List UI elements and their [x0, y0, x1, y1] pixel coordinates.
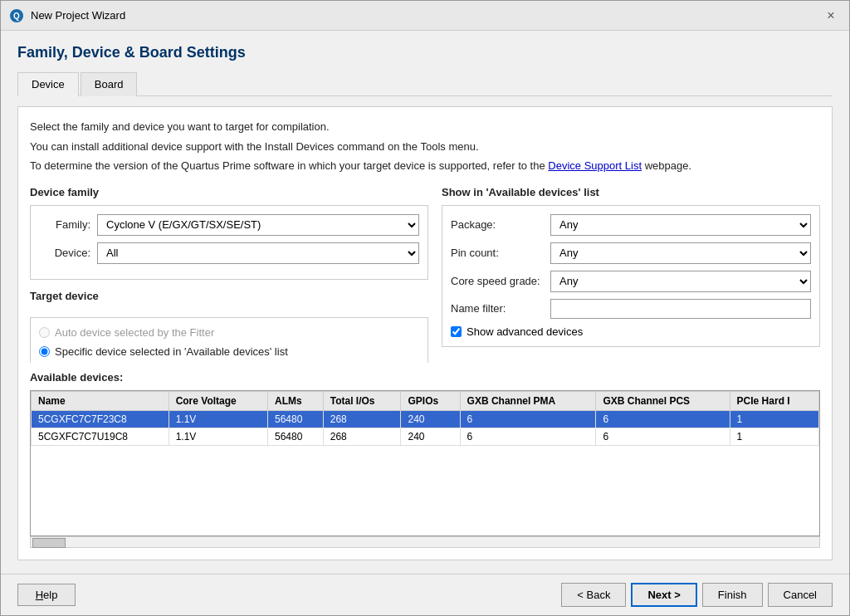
- tab-board[interactable]: Board: [81, 72, 138, 96]
- cell-name: 5CGXFC7C7F23C8: [32, 410, 169, 428]
- tab-bar: Device Board: [17, 71, 833, 96]
- core-speed-row: Core speed grade: Any: [451, 271, 811, 292]
- specific-label: Specific device selected in 'Available d…: [55, 345, 288, 358]
- pin-count-row: Pin count: Any: [451, 242, 811, 264]
- cell-alms: 56480: [268, 410, 324, 428]
- next-button[interactable]: Next >: [631, 583, 696, 607]
- device-select[interactable]: All: [97, 242, 419, 264]
- info-line1: Select the family and device you want to…: [30, 119, 820, 135]
- devices-table: Name Core Voltage ALMs Total I/Os GPIOs …: [31, 391, 819, 446]
- device-row: Device: All: [39, 242, 419, 264]
- cancel-button[interactable]: Cancel: [768, 583, 833, 607]
- help-label: Help: [36, 589, 58, 601]
- info-line3: To determine the version of the Quartus …: [30, 158, 820, 174]
- col-alms: ALMs: [268, 391, 324, 410]
- cell-pcie: 1: [730, 410, 818, 428]
- cell-pcie: 1: [730, 428, 818, 445]
- show-advanced-row: Show advanced devices: [451, 325, 811, 338]
- name-filter-input[interactable]: [550, 299, 811, 319]
- finish-label: Finish: [718, 589, 747, 601]
- next-label: Next >: [647, 589, 680, 601]
- target-device-panel: Auto device selected by the Fitter Speci…: [30, 317, 428, 363]
- auto-label: Auto device selected by the Fitter: [55, 326, 214, 339]
- nav-buttons: < Back Next > Finish Cancel: [561, 583, 833, 607]
- col-pcie: PCIe Hard I: [730, 391, 818, 410]
- name-filter-row: Name filter:: [451, 299, 811, 319]
- info-line3-after: webpage.: [642, 159, 691, 172]
- content-area: Family, Device & Board Settings Device B…: [1, 31, 849, 574]
- show-panel: Package: Any Pin count: Any: [442, 205, 820, 347]
- table-row[interactable]: 5CGXFC7C7U19C8 1.1V 56480 268 240 6 6 1: [32, 428, 819, 445]
- col-gxb-pma: GXB Channel PMA: [460, 391, 596, 410]
- cell-gxb-pcs: 6: [596, 410, 730, 428]
- info-line3-before: To determine the version of the Quartus …: [30, 159, 548, 172]
- device-label-text: Device:: [55, 247, 90, 259]
- family-label-text: Family:: [56, 218, 90, 231]
- radio-group: Auto device selected by the Fitter Speci…: [39, 326, 419, 363]
- cell-name: 5CGXFC7C7U19C8: [32, 428, 169, 445]
- left-column: Device family Family: Cyclone V (E/GX/GT…: [30, 186, 428, 363]
- two-column-layout: Device family Family: Cyclone V (E/GX/GT…: [30, 186, 820, 363]
- col-gxb-pcs: GXB Channel PCS: [596, 391, 730, 410]
- table-header-row: Name Core Voltage ALMs Total I/Os GPIOs …: [32, 391, 819, 410]
- finish-button[interactable]: Finish: [702, 583, 763, 607]
- close-button[interactable]: ×: [821, 6, 841, 26]
- tab-device[interactable]: Device: [17, 72, 79, 96]
- horizontal-scrollbar[interactable]: [30, 536, 820, 548]
- cell-gpios: 240: [401, 428, 460, 445]
- svg-text:Q: Q: [13, 12, 20, 21]
- right-column: Show in 'Available devices' list Package…: [442, 186, 820, 363]
- device-family-panel: Family: Cyclone V (E/GX/GT/SX/SE/ST) Dev…: [30, 205, 428, 280]
- cell-core-voltage: 1.1V: [169, 410, 267, 428]
- table-row[interactable]: 5CGXFC7C7F23C8 1.1V 56480 268 240 6 6 1: [32, 410, 819, 428]
- cell-gpios: 240: [401, 410, 460, 428]
- package-row: Package: Any: [451, 214, 811, 236]
- family-row: Family: Cyclone V (E/GX/GT/SX/SE/ST): [39, 214, 419, 236]
- core-speed-select[interactable]: Any: [550, 271, 811, 292]
- window-title: New Project Wizard: [31, 9, 821, 22]
- title-bar: Q New Project Wizard ×: [1, 1, 849, 31]
- cell-total-ios: 268: [323, 428, 401, 445]
- main-panel: Select the family and device you want to…: [17, 106, 833, 560]
- cancel-label: Cancel: [784, 589, 817, 601]
- pin-count-select[interactable]: Any: [550, 242, 811, 264]
- cell-gxb-pcs: 6: [596, 428, 730, 445]
- target-device-title: Target device: [30, 290, 428, 302]
- show-panel-title: Show in 'Available devices' list: [442, 186, 820, 198]
- page-title: Family, Device & Board Settings: [17, 44, 833, 61]
- col-core-voltage: Core Voltage: [169, 391, 267, 410]
- available-devices-section: Available devices: Name Core Voltage ALM…: [30, 371, 820, 548]
- core-speed-label: Core speed grade:: [451, 275, 550, 287]
- cell-gxb-pma: 6: [460, 428, 596, 445]
- radio-auto: Auto device selected by the Fitter: [39, 326, 419, 339]
- back-label: < Back: [577, 589, 610, 601]
- specific-radio[interactable]: [39, 346, 50, 357]
- pin-count-label: Pin count:: [451, 247, 550, 259]
- col-gpios: GPIOs: [401, 391, 460, 410]
- devices-table-container: Name Core Voltage ALMs Total I/Os GPIOs …: [30, 390, 820, 536]
- bottom-bar: Help < Back Next > Finish Cancel: [1, 574, 849, 615]
- radio-specific: Specific device selected in 'Available d…: [39, 345, 419, 358]
- show-advanced-checkbox[interactable]: [451, 326, 462, 337]
- device-support-link[interactable]: Device Support List: [548, 159, 642, 172]
- device-family-title: Device family: [30, 186, 428, 198]
- back-button[interactable]: < Back: [561, 583, 626, 607]
- cell-core-voltage: 1.1V: [169, 428, 267, 445]
- available-devices-title: Available devices:: [30, 371, 820, 384]
- name-filter-label: Name filter:: [451, 302, 550, 315]
- cell-total-ios: 268: [323, 410, 401, 428]
- package-select[interactable]: Any: [550, 214, 811, 236]
- family-label: Family:: [39, 218, 97, 231]
- auto-radio[interactable]: [39, 327, 50, 338]
- main-window: Q New Project Wizard × Family, Device & …: [0, 0, 850, 616]
- show-advanced-label: Show advanced devices: [467, 325, 583, 338]
- cell-alms: 56480: [268, 428, 324, 445]
- help-button[interactable]: Help: [17, 584, 76, 606]
- info-line2: You can install additional device suppor…: [30, 139, 820, 155]
- package-label: Package:: [451, 218, 550, 231]
- app-icon: Q: [9, 8, 24, 23]
- col-name: Name: [32, 391, 169, 410]
- cell-gxb-pma: 6: [460, 410, 596, 428]
- device-label: Device:: [39, 247, 97, 259]
- family-select[interactable]: Cyclone V (E/GX/GT/SX/SE/ST): [97, 214, 419, 236]
